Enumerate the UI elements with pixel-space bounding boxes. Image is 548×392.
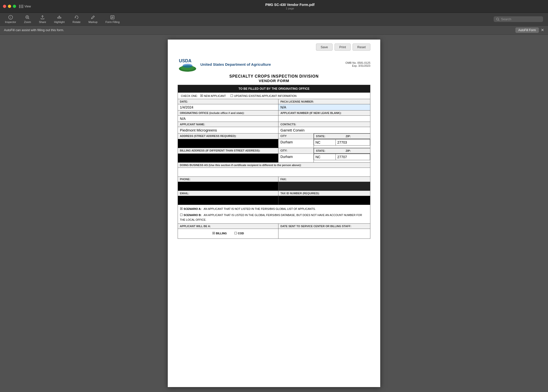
billing-address-label: BILLING ADDRESS (IF DIFFERENT THAN STREE… <box>178 148 278 154</box>
zip-label: ZIP: <box>346 135 368 138</box>
form-actions: Save Print Reset <box>316 44 370 51</box>
sidebar-toggle-button[interactable]: View <box>19 5 31 8</box>
svg-line-18 <box>499 20 500 21</box>
contacts-value[interactable]: Garrett Corwin <box>278 127 370 133</box>
scenario-b-row: ☐ SCENARIO B: AN APPLICANT THAT IS LISTE… <box>180 213 368 222</box>
highlight-button[interactable]: Highlight <box>54 15 65 23</box>
check-one-cell: CHECK ONE: ☒ NEW APPLICANT ☐ UPDATING EX… <box>178 93 370 99</box>
search-input[interactable] <box>501 17 538 21</box>
zoom-button[interactable]: Zoom <box>24 15 31 23</box>
usda-logo-icon: USDA <box>178 57 197 72</box>
dba-label: DOING BUSINESS AS (Use this section if c… <box>178 163 370 168</box>
paca-value[interactable]: N/A <box>278 104 370 110</box>
dba-label-row: DOING BUSINESS AS (Use this section if c… <box>178 163 370 168</box>
fax-value[interactable] <box>278 182 370 191</box>
pdf-page: Save Print Reset USDA United Sta <box>168 40 380 387</box>
share-button[interactable]: Share <box>39 15 46 23</box>
scenario-b-label: SCENARIO B: <box>184 214 202 217</box>
billing-state-zip-value-cell: NC 27707 <box>314 154 370 163</box>
billing-zip-label: ZIP: <box>346 149 368 152</box>
dba-value[interactable] <box>178 168 370 177</box>
state-zip-value-cell: NC 27703 <box>314 139 370 148</box>
billing-option: BILLING <box>216 232 227 235</box>
phone-label: PHONE: <box>178 177 278 182</box>
file-info: PMG SC-430 Vendor Form.pdf 1 page <box>35 3 545 10</box>
save-button[interactable]: Save <box>316 44 333 51</box>
view-label: View <box>24 5 31 8</box>
form-title: SPECIALTY CROPS INSPECTION DIVISION VEND… <box>178 74 370 83</box>
orig-office-label-row: ORIGINATING OFFICE (include office # and… <box>178 110 370 116</box>
cod-checkbox[interactable]: ☐ COD <box>234 231 244 235</box>
billing-checkbox[interactable]: ☒ BILLING <box>212 231 227 235</box>
orig-office-value[interactable]: N/A <box>178 116 278 122</box>
email-value[interactable] <box>178 196 278 205</box>
svg-rect-0 <box>19 5 21 8</box>
minimize-window-button[interactable] <box>8 5 11 8</box>
city-label: CITY <box>278 133 314 139</box>
billing-options: ☒ BILLING ☐ COD <box>180 230 276 237</box>
highlight-label: Highlight <box>54 21 65 23</box>
form-filling-button[interactable]: Form Filling <box>105 15 120 23</box>
city-value[interactable]: Durham <box>278 139 314 148</box>
phone-value[interactable] <box>178 182 278 191</box>
billing-state-value[interactable]: NC <box>314 154 336 160</box>
exp-date: Exp. 3/31/2023 <box>345 64 370 67</box>
markup-label: Markup <box>88 21 98 23</box>
scenario-row: ☒ SCENARIO A: AN APPLICANT THAT IS NOT L… <box>178 205 370 224</box>
applicant-name-value[interactable]: Piedmont Microgreens <box>178 127 278 133</box>
autofill-form-button[interactable]: AutoFill Form <box>515 27 539 33</box>
billing-city-value[interactable]: Durham <box>278 154 314 163</box>
reset-button[interactable]: Reset <box>353 44 370 51</box>
print-button[interactable]: Print <box>335 44 351 51</box>
applicant-will-be-label: APPLICANT WILL BE A: <box>178 224 278 229</box>
form-table: TO BE FILLED OUT BY THE ORIGINATING OFFI… <box>178 85 370 239</box>
share-label: Share <box>39 21 46 23</box>
fullscreen-window-button[interactable] <box>13 5 16 8</box>
rotate-button[interactable]: Rotate <box>73 15 81 23</box>
svg-rect-1 <box>21 5 23 5</box>
billing-state-label: STATE: <box>316 149 338 152</box>
paca-label: PACA LICENSE NUMBER: <box>278 99 370 104</box>
email-tax-value-row <box>178 196 370 205</box>
cod-option: COD <box>238 232 244 235</box>
tax-id-label: TAX ID NUMBER (REQUIRED): <box>278 191 370 196</box>
address-value[interactable] <box>178 139 278 148</box>
date-paca-value-row: 1/4/2024 N/A <box>178 104 370 110</box>
contacts-label: CONTACTS: <box>278 122 370 127</box>
billing-options-row: ☒ BILLING ☐ COD <box>178 229 370 239</box>
billing-address-values-row: Durham NC 27707 <box>178 154 370 163</box>
billing-zip-value[interactable]: 27707 <box>336 154 370 160</box>
zip-value[interactable]: 27703 <box>336 139 370 146</box>
applicant-will-be-label-row: APPLICANT WILL BE A: DATE SENT TO SERVIC… <box>178 224 370 229</box>
state-zip-label-cell: STATE: ZIP: <box>314 133 370 139</box>
applicant-num-value[interactable] <box>278 116 370 122</box>
date-sent-value[interactable] <box>278 229 370 239</box>
svg-point-6 <box>10 18 11 18</box>
check-one-label: CHECK ONE: <box>181 94 198 97</box>
svg-line-12 <box>94 16 94 17</box>
autofill-banner-text: AutoFill can assist with filling out thi… <box>4 28 64 32</box>
tax-id-value[interactable] <box>278 196 370 205</box>
close-window-button[interactable] <box>3 5 6 8</box>
state-value[interactable]: NC <box>314 139 336 146</box>
address-labels-row: ADDRESS (STREET ADDRESS REQUIRED): CITY … <box>178 133 370 139</box>
autofill-banner-actions: AutoFill Form ✕ <box>515 27 544 33</box>
dba-value-row <box>178 168 370 177</box>
svg-rect-2 <box>21 6 23 7</box>
file-title: PMG SC-430 Vendor Form.pdf <box>265 3 315 7</box>
billing-state-zip-label-cell: STATE: ZIP: <box>314 148 370 153</box>
svg-point-23 <box>183 64 192 68</box>
email-tax-label-row: EMAIL: TAX ID NUMBER (REQUIRED): <box>178 191 370 196</box>
billing-options-cell: ☒ BILLING ☐ COD <box>178 229 278 239</box>
search-bar[interactable] <box>494 16 543 22</box>
scenario-cell: ☒ SCENARIO A: AN APPLICANT THAT IS NOT L… <box>178 205 370 224</box>
scenario-a-label: SCENARIO A: <box>184 207 201 210</box>
close-banner-button[interactable]: ✕ <box>541 28 544 32</box>
inspector-button[interactable]: Inspector <box>5 15 16 23</box>
phone-fax-value-row <box>178 182 370 191</box>
scenario-a-row: ☒ SCENARIO A: AN APPLICANT THAT IS NOT L… <box>180 206 368 212</box>
markup-button[interactable]: Markup <box>88 15 98 23</box>
billing-address-value[interactable] <box>178 154 278 163</box>
billing-city-label: CITY: <box>278 148 314 154</box>
applicant-contacts-label-row: APPLICANT NAME: CONTACTS: <box>178 122 370 127</box>
